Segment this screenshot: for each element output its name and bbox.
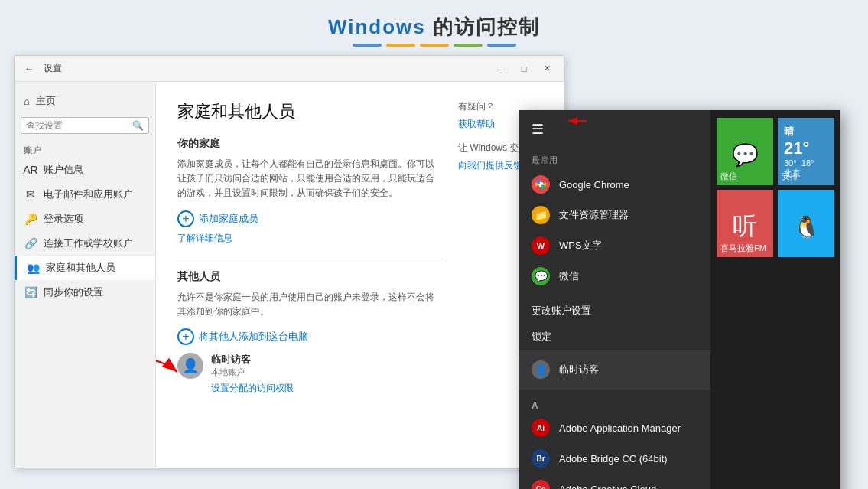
weather-temp: 21° bbox=[784, 139, 828, 158]
start-item-explorer[interactable]: 📁 文件资源管理器 bbox=[519, 200, 710, 230]
user-name: 临时访客 bbox=[211, 353, 443, 367]
family-section-title: 你的家庭 bbox=[177, 137, 443, 151]
family-desc: 添加家庭成员，让每个人都能有自己的登录信息和桌面。你可以让孩子们只访问合适的网站… bbox=[177, 157, 443, 201]
underline-3 bbox=[420, 44, 449, 47]
start-menu-top: ☰ 最常用 bbox=[519, 110, 840, 489]
start-left-panel: ☰ 最常用 bbox=[519, 110, 710, 489]
start-tiles-panel: 💬 微信 晴 21° 30° 18° 北京 bbox=[710, 110, 840, 489]
win-back-button[interactable]: ← bbox=[21, 60, 37, 77]
improve-link[interactable]: 向我们提供反馈 bbox=[458, 160, 522, 171]
win-titlebar: ← 设置 — □ ✕ bbox=[15, 56, 564, 82]
frequent-label: 最常用 bbox=[519, 148, 710, 169]
sidebar-item-workplace[interactable]: 🔗 连接工作或学校账户 bbox=[15, 231, 155, 256]
user-item-guest: 👤 临时访客 本地账户 bbox=[177, 353, 443, 379]
win-controls: — □ ✕ bbox=[490, 60, 558, 77]
search-icon: 🔍 bbox=[132, 120, 144, 131]
start-lock[interactable]: 锁定 bbox=[519, 324, 710, 350]
explorer-icon: 📁 bbox=[532, 206, 550, 224]
add-member-label: 添加家庭成员 bbox=[199, 212, 258, 226]
underline-5 bbox=[487, 44, 516, 47]
start-item-label: Adobe Creative Cloud bbox=[559, 484, 656, 490]
user-info: 临时访客 本地账户 bbox=[211, 353, 443, 378]
start-app-bridge[interactable]: Br Adobe Bridge CC (64bit) bbox=[519, 443, 710, 474]
win-maximize-button[interactable]: □ bbox=[513, 60, 535, 77]
win-title-text: 设置 bbox=[44, 62, 62, 75]
help-link[interactable]: 获取帮助 bbox=[458, 119, 495, 129]
music-tile-label: 喜马拉雅FM bbox=[720, 243, 769, 254]
family-icon: 👥 bbox=[26, 261, 40, 275]
sidebar-item-account-info[interactable]: AR 账户信息 bbox=[15, 158, 155, 182]
win-minimize-button[interactable]: — bbox=[490, 60, 512, 77]
music-tile-icon: 听 bbox=[733, 210, 757, 243]
add-other-label: 将其他人添加到这台电脑 bbox=[199, 330, 308, 344]
underline-4 bbox=[454, 44, 483, 47]
underline-2 bbox=[386, 44, 415, 47]
chrome-icon bbox=[532, 175, 550, 194]
arrow-left-icon bbox=[156, 353, 181, 391]
lock-label: 锁定 bbox=[532, 330, 551, 344]
start-item-wps[interactable]: W WPS文字 bbox=[519, 230, 710, 261]
wechat-tile-label: 微信 bbox=[720, 171, 769, 182]
tile-wechat[interactable]: 💬 微信 bbox=[717, 118, 773, 185]
start-app-cc[interactable]: Cc Adobe Creative Cloud bbox=[519, 474, 710, 489]
learn-more-link[interactable]: 了解详细信息 bbox=[177, 232, 443, 245]
main-container: Windows 的访问控制 ← 设置 — □ ✕ bbox=[0, 0, 868, 489]
settings-window: ← 设置 — □ ✕ ⌂ 主页 bbox=[14, 55, 564, 468]
home-icon: ⌂ bbox=[24, 96, 30, 107]
tile-weather[interactable]: 晴 21° 30° 18° 北京 安排 bbox=[778, 118, 834, 185]
settings-body: ⌂ 主页 🔍 账户 AR 账户信息 ✉ 电子邮件和应用账户 bbox=[15, 82, 564, 468]
start-account-settings[interactable]: 更改账户设置 bbox=[519, 298, 710, 324]
add-member-icon: + bbox=[177, 210, 194, 227]
start-app-adobe-mgr[interactable]: Ai Adobe Application Manager bbox=[519, 412, 710, 443]
start-item-label: Google Chrome bbox=[559, 179, 629, 191]
weather-condition: 晴 bbox=[784, 125, 828, 139]
sidebar-item-label: 同步你的设置 bbox=[44, 285, 103, 299]
signin-icon: 🔑 bbox=[24, 212, 37, 226]
weather-highlow: 30° 18° bbox=[784, 158, 828, 168]
account-info-icon: AR bbox=[24, 163, 37, 177]
page-title: Windows 的访问控制 bbox=[0, 14, 868, 41]
adobe-mgr-icon: Ai bbox=[532, 419, 550, 437]
settings-sidebar: ⌂ 主页 🔍 账户 AR 账户信息 ✉ 电子邮件和应用账户 bbox=[15, 82, 156, 468]
sidebar-home-label: 主页 bbox=[36, 94, 56, 108]
sidebar-home[interactable]: ⌂ 主页 bbox=[15, 88, 155, 114]
sidebar-item-email[interactable]: ✉ 电子邮件和应用账户 bbox=[15, 182, 155, 207]
hamburger-button[interactable]: ☰ bbox=[519, 110, 710, 148]
settings-page-title: 家庭和其他人员 bbox=[177, 100, 443, 123]
tile-music[interactable]: 听 喜马拉雅FM bbox=[717, 190, 773, 257]
sidebar-item-signin[interactable]: 🔑 登录选项 bbox=[15, 207, 155, 231]
start-menu: ☰ 最常用 bbox=[519, 110, 840, 489]
wps-icon: W bbox=[532, 236, 550, 255]
user-avatar: 👤 bbox=[177, 353, 203, 379]
underline-1 bbox=[353, 44, 382, 47]
settings-main: 家庭和其他人员 你的家庭 添加家庭成员，让每个人都能有自己的登录信息和桌面。你可… bbox=[156, 82, 564, 468]
title-underline bbox=[0, 44, 868, 47]
creative-cloud-icon: Cc bbox=[532, 480, 550, 489]
access-link[interactable]: 设置分配的访问权限 bbox=[211, 382, 443, 395]
sidebar-item-label: 登录选项 bbox=[44, 212, 83, 226]
sidebar-item-sync[interactable]: 🔄 同步你的设置 bbox=[15, 280, 155, 305]
workplace-icon: 🔗 bbox=[24, 236, 37, 250]
weather-tile-label: 安排 bbox=[782, 171, 831, 182]
wechat-tile-icon: 💬 bbox=[732, 142, 759, 168]
sign-out-submenu: 👤 临时访客 bbox=[519, 350, 710, 390]
bridge-icon: Br bbox=[532, 449, 550, 468]
tile-qq[interactable]: 🐧 bbox=[778, 190, 834, 257]
start-item-label: Adobe Application Manager bbox=[559, 422, 681, 434]
add-other-button[interactable]: + 将其他人添加到这台电脑 bbox=[177, 328, 308, 345]
start-item-wechat[interactable]: 💬 微信 bbox=[519, 261, 710, 292]
settings-search-box[interactable]: 🔍 bbox=[21, 117, 149, 134]
win-close-button[interactable]: ✕ bbox=[536, 60, 558, 77]
content-area: ← 设置 — □ ✕ ⌂ 主页 bbox=[14, 55, 854, 477]
account-settings-label: 更改账户设置 bbox=[532, 304, 591, 318]
add-member-button[interactable]: + 添加家庭成员 bbox=[177, 210, 258, 227]
sidebar-item-family[interactable]: 👥 家庭和其他人员 bbox=[15, 256, 155, 280]
qq-tile-icon: 🐧 bbox=[793, 214, 820, 240]
title-windows: Windows bbox=[328, 15, 426, 38]
arrow-right-icon bbox=[565, 113, 588, 129]
section-divider bbox=[177, 259, 443, 259]
start-item-chrome[interactable]: Google Chrome bbox=[519, 169, 710, 200]
settings-search-input[interactable] bbox=[26, 120, 132, 131]
sidebar-accounts-label: 账户 bbox=[15, 140, 155, 158]
sign-out-item[interactable]: 👤 临时访客 bbox=[519, 354, 710, 385]
